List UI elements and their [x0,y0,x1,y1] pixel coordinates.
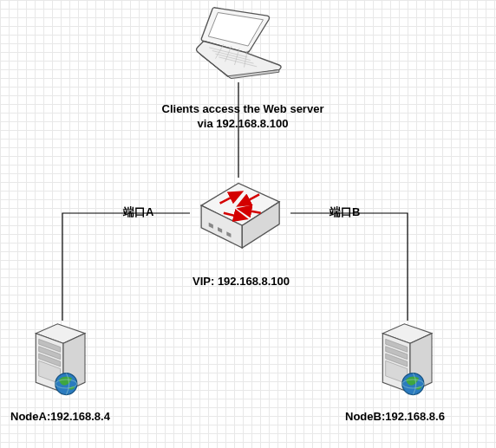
server-node-a [22,319,100,404]
laptop-icon [192,72,287,85]
client-laptop [170,0,309,85]
switch-icon [186,254,290,267]
network-switch [186,169,290,267]
server-icon [29,391,94,404]
node-b-label: NodeB:192.168.8.6 [345,410,445,423]
server-node-b [369,319,447,404]
clients-access-label: Clients access the Web server via 192.16… [147,102,338,132]
vip-label: VIP: 192.168.8.100 [172,275,310,288]
port-a-label: 端口A [123,205,153,220]
clients-line1: Clients access the Web server [162,102,324,115]
node-a-label: NodeA:192.168.8.4 [10,410,110,423]
server-icon [375,391,441,404]
clients-line2: via 192.168.8.100 [198,117,289,130]
port-b-label: 端口B [330,205,360,220]
